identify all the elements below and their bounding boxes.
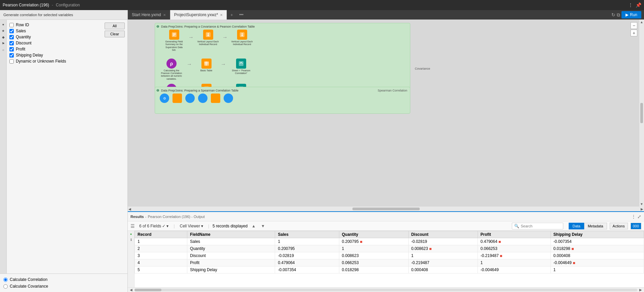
metadata-tab-button[interactable]: Metadata — [584, 223, 607, 229]
indicator-s2 — [572, 248, 574, 250]
radio-correlation-label: Calculate Correlation — [10, 277, 47, 282]
node-vertical1: Vertical Layout Each Individual Record — [197, 30, 219, 52]
tab-project-superstore[interactable]: ProjectSuperstore.yxwz* ✕ — [170, 10, 227, 20]
scroll-h-thumb[interactable] — [352, 208, 420, 210]
tab-start-here[interactable]: Start Here.yxmd ✕ — [128, 10, 170, 20]
run-button[interactable]: ▶ Run — [621, 11, 641, 19]
cell-sales-3: -0.02819 — [275, 252, 339, 259]
view-tab-group: Data Metadata — [569, 223, 607, 229]
tab-start-here-close[interactable]: ✕ — [163, 13, 166, 17]
fields-count-check: ✓ — [162, 224, 165, 228]
results-expand-icon[interactable]: ⤢ — [637, 214, 641, 219]
covariance-label: Covariance — [415, 67, 430, 70]
canvas-area: ⊖ Data Prep/Joins: Preparing a Covarianc… — [128, 20, 644, 211]
data-tab-button[interactable]: Data — [569, 223, 584, 229]
checkbox-discount: Discount — [9, 41, 105, 45]
tab-add-button[interactable]: ＋ — [227, 12, 236, 18]
restore-icon[interactable]: ⧉ — [617, 12, 620, 18]
results-scroll-left[interactable]: ◀ — [129, 287, 133, 292]
results-scroll-right[interactable]: ▶ — [639, 287, 643, 292]
checkbox-sales: Sales — [9, 29, 105, 33]
three-dots-button[interactable]: 000 — [631, 223, 641, 229]
cell-record-4: 4 — [135, 259, 187, 266]
actions-button[interactable]: Actions — [610, 223, 628, 229]
table-header-row: Record FieldName Sales Quantity Discount… — [135, 231, 644, 238]
indicator-s4 — [573, 262, 575, 264]
cell-viewer-button[interactable]: Cell Viewer ▾ — [178, 223, 205, 229]
results-menu-icon[interactable]: ⋮ — [631, 214, 636, 219]
checkbox-quantity-input[interactable] — [9, 35, 14, 39]
clear-button[interactable]: Clear — [105, 31, 125, 37]
run-label: Run — [630, 12, 637, 17]
tab-more-button[interactable]: ••• — [236, 12, 246, 17]
spearman-nodes: ⚙ — [160, 94, 409, 103]
nav-up-button[interactable]: ▲ — [250, 223, 257, 229]
canvas-scroll-horizontal[interactable]: ◀ ▶ — [128, 207, 644, 211]
workflow-container-spearman: ⊖ Data Prep/Joins: Preparing a Spearman … — [155, 87, 410, 114]
results-scroll-track — [135, 289, 637, 291]
diamond-icon: ◆ — [2, 35, 5, 39]
checkbox-row-id-input[interactable] — [9, 23, 14, 27]
data-table-wrap: Record FieldName Sales Quantity Discount… — [135, 231, 644, 287]
data-table: Record FieldName Sales Quantity Discount… — [135, 231, 644, 273]
all-button[interactable]: All — [105, 23, 125, 29]
results-body: ● ℹ Record FieldName Sales Quantity Disc… — [128, 231, 644, 287]
checkbox-discount-label: Discount — [16, 41, 32, 45]
result-left-icons: ● ℹ — [128, 231, 135, 287]
table-row: 5 Shipping Delay -0.007354 0.018298 0.00… — [135, 266, 644, 273]
node-vertical2: Vertical Layout Each Individual Record — [231, 30, 253, 52]
table-row: 1 Sales 1 0.200795 -0.02819 0.479064 -0.… — [135, 238, 644, 245]
refresh-icon[interactable]: ↻ — [611, 12, 615, 17]
svg-rect-10 — [204, 61, 209, 66]
pin-icon[interactable]: 📌 — [636, 2, 641, 8]
cell-quantity-3: 0.008623 — [339, 252, 408, 259]
checkbox-sales-input[interactable] — [9, 29, 14, 33]
container-header-spearman: ⊖ Data Prep/Joins: Preparing a Spearman … — [156, 88, 409, 92]
left-panel-header: Generate correlation for selected variab… — [0, 10, 127, 20]
tab-start-here-label: Start Here.yxmd — [132, 12, 161, 17]
container-toggle-pearson[interactable]: ⊖ — [156, 25, 159, 28]
menu-icon[interactable]: ⋮ — [628, 2, 633, 8]
node-vertical2-label: Vertical Layout Each Individual Record — [231, 40, 253, 46]
scroll-up-arrow[interactable]: ▲ — [639, 20, 644, 25]
scroll-left-arrow[interactable]: ◀ — [128, 207, 132, 212]
search-icon: 🔍 — [514, 224, 519, 228]
checkbox-profit-input[interactable] — [9, 47, 14, 51]
arrow3: → — [187, 61, 192, 67]
zoom-minus-button[interactable]: − — [631, 22, 637, 29]
fields-count-button[interactable]: 6 of 6 Fields ✓ ▾ — [138, 223, 170, 229]
radio-correlation-input[interactable] — [3, 278, 8, 282]
circle2-icon: ○ — [2, 48, 4, 52]
results-header: Results - Pearson Correlation (196) - Ou… — [128, 212, 644, 221]
checkbox-discount-input[interactable] — [9, 41, 14, 45]
cell-record-1: 1 — [135, 238, 187, 245]
checkbox-shipping-delay-input[interactable] — [9, 53, 14, 58]
container-toggle-spearman[interactable]: ⊖ — [156, 88, 159, 92]
top-bar: Pearson Correlation (196) - Configuratio… — [0, 0, 644, 10]
results-scroll-horizontal[interactable]: ◀ ▶ — [128, 287, 644, 292]
canvas-scroll-vertical[interactable]: ▲ ▼ — [639, 20, 644, 207]
node-spearman1: ⚙ — [160, 94, 169, 103]
scroll-v-thumb[interactable] — [640, 103, 643, 123]
nav-down-button[interactable]: ▼ — [260, 223, 266, 229]
scroll-right-arrow[interactable]: ▶ — [640, 207, 644, 212]
arrow4: → — [221, 61, 226, 67]
checkbox-dynamic-input[interactable] — [9, 59, 14, 64]
node-pearson-calc-label: Calculating the Pearson Correlation betw… — [160, 69, 183, 81]
tab-project-superstore-label: ProjectSuperstore.yxwz* — [174, 12, 218, 17]
top-bar-icons: ⋮ 📌 — [628, 2, 641, 8]
col-profit: Profit — [478, 231, 551, 238]
search-input[interactable] — [521, 224, 561, 228]
cell-shipping-1: -0.007354 — [551, 238, 644, 245]
checkbox-col: Row ID Sales Quantity — [9, 23, 105, 68]
tab-project-superstore-close[interactable]: ✕ — [220, 13, 223, 17]
radio-covariance-input[interactable] — [3, 284, 8, 289]
pearson-row: ρ Calculating the Pearson Correlation be… — [160, 59, 409, 81]
node-basic-table1-label: Basic Table — [200, 69, 213, 72]
scroll-down-arrow[interactable]: ▼ — [639, 202, 644, 207]
results-scroll-thumb[interactable] — [135, 289, 161, 291]
node-pearson-calc-icon: ρ — [166, 59, 177, 69]
cell-quantity-4: 0.066253 — [339, 259, 408, 266]
toolbar-menu-icon[interactable]: ☰ — [130, 223, 135, 229]
zoom-plus-button[interactable]: + — [631, 30, 637, 36]
